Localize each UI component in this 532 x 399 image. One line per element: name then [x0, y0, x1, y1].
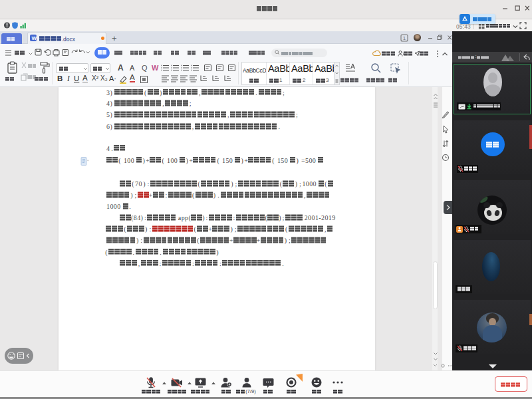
svg-text:1: 1 — [403, 35, 406, 41]
